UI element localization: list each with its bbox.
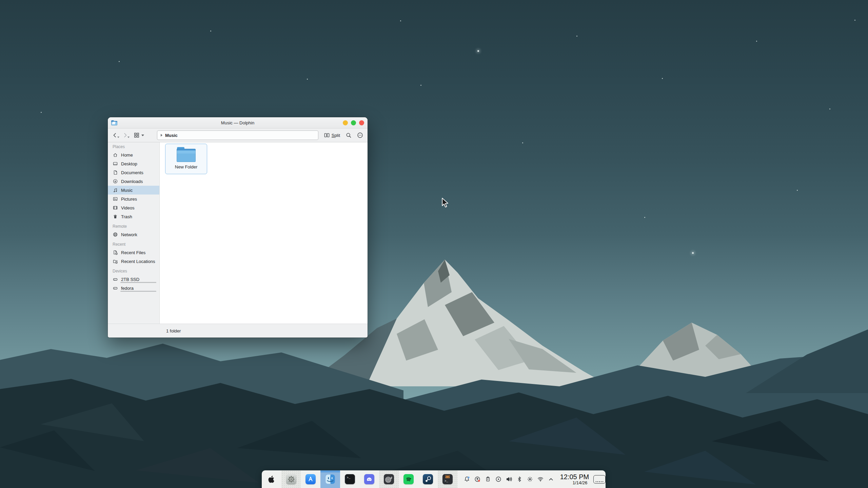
clipboard-icon[interactable] bbox=[485, 476, 491, 483]
sidebar-item-desktop[interactable]: Desktop bbox=[108, 159, 159, 168]
maximize-button[interactable] bbox=[351, 120, 356, 125]
dock-app-spotify[interactable] bbox=[399, 470, 418, 488]
music-icon bbox=[113, 187, 118, 193]
dock-app-system-settings[interactable] bbox=[281, 470, 301, 488]
sidebar-item-documents[interactable]: Documents bbox=[108, 168, 159, 177]
sidebar-item-recent-files[interactable]: Recent Files bbox=[108, 248, 159, 257]
disk-usage-bar bbox=[120, 282, 156, 283]
sidebar-item-recent-locations[interactable]: Recent Locations bbox=[108, 257, 159, 266]
sidebar-item-videos[interactable]: Videos bbox=[108, 203, 159, 212]
section-devices: Devices bbox=[108, 267, 159, 275]
home-icon bbox=[113, 152, 118, 158]
terminal-icon: >_ bbox=[345, 474, 355, 484]
dock-app-finder[interactable] bbox=[320, 470, 340, 488]
toolbar: Music Split bbox=[108, 128, 368, 142]
steam-icon bbox=[423, 474, 433, 484]
finder-icon bbox=[325, 474, 335, 484]
wifi-icon[interactable] bbox=[537, 476, 544, 483]
window-title: Music — Dolphin bbox=[108, 120, 368, 125]
view-mode-button[interactable] bbox=[134, 132, 144, 138]
media-play-icon[interactable] bbox=[495, 476, 502, 483]
brightness-icon[interactable] bbox=[527, 476, 533, 483]
sidebar-item-trash[interactable]: Trash bbox=[108, 212, 159, 221]
disk-usage-bar bbox=[120, 291, 156, 292]
section-recent: Recent bbox=[108, 241, 159, 248]
dolphin-window: Music — Dolphin Music bbox=[108, 117, 368, 338]
bluetooth-icon[interactable] bbox=[516, 476, 523, 483]
dock-app-terminal[interactable]: >_ bbox=[340, 470, 360, 488]
document-icon bbox=[113, 170, 118, 175]
split-button[interactable]: Split bbox=[323, 132, 341, 138]
view-mode-caret-icon bbox=[141, 135, 144, 136]
desktop-icon bbox=[113, 161, 118, 166]
app-store-icon bbox=[305, 474, 316, 484]
videos-icon bbox=[113, 205, 118, 210]
dock-app-steam[interactable] bbox=[418, 470, 438, 488]
spotify-icon bbox=[403, 474, 414, 484]
sidebar-item-music[interactable]: Music bbox=[108, 186, 159, 195]
search-icon bbox=[346, 132, 352, 139]
sidebar-item-home[interactable]: Home bbox=[108, 150, 159, 159]
sidebar-item-fedora[interactable]: fedora bbox=[108, 284, 159, 292]
desktop: Music — Dolphin Music bbox=[0, 0, 868, 488]
virtual-keyboard-icon[interactable] bbox=[593, 475, 606, 484]
kitty-terminal-icon: >_ bbox=[442, 474, 453, 484]
places-panel: Places Home Desktop Documents Downloads bbox=[108, 142, 160, 324]
menu-button[interactable] bbox=[357, 132, 363, 139]
download-icon bbox=[113, 179, 118, 184]
system-tray bbox=[463, 476, 554, 483]
hard-drive-icon bbox=[113, 277, 118, 282]
clock[interactable]: 12:05 PM 1/14/26 bbox=[559, 473, 590, 485]
dock-app-app-store[interactable] bbox=[301, 470, 320, 488]
trash-icon bbox=[113, 214, 118, 219]
discord-icon bbox=[364, 474, 374, 484]
network-icon bbox=[113, 232, 118, 237]
recent-files-icon bbox=[113, 250, 118, 255]
minimize-button[interactable] bbox=[343, 120, 348, 125]
file-item-new-folder[interactable]: New Folder bbox=[165, 144, 207, 174]
folder-view[interactable]: New Folder bbox=[160, 142, 368, 324]
volume-icon[interactable] bbox=[506, 476, 512, 483]
dolphin-app-icon bbox=[111, 120, 117, 125]
section-places: Places bbox=[108, 143, 159, 150]
search-button[interactable] bbox=[346, 132, 352, 139]
dock: >_ >_ bbox=[262, 470, 606, 488]
recent-locations-icon bbox=[113, 259, 118, 264]
breadcrumb-path[interactable]: Music bbox=[165, 133, 178, 138]
folder-icon bbox=[177, 147, 196, 162]
tray-expander-chevron-icon[interactable] bbox=[548, 476, 554, 483]
section-remote: Remote bbox=[108, 223, 159, 230]
speaker-rings-icon bbox=[384, 474, 394, 484]
status-text: 1 folder bbox=[166, 324, 181, 338]
ellipsis-circle-icon bbox=[357, 132, 363, 139]
grid-view-icon bbox=[134, 132, 140, 138]
status-bar: 1 folder bbox=[108, 324, 368, 338]
sidebar-item-pictures[interactable]: Pictures bbox=[108, 195, 159, 203]
software-updates-icon[interactable] bbox=[474, 476, 481, 483]
back-button[interactable] bbox=[112, 132, 119, 138]
apple-logo-icon bbox=[267, 475, 276, 484]
clock-date: 1/14/26 bbox=[559, 481, 590, 485]
dock-app-kitty-terminal[interactable]: >_ bbox=[438, 470, 457, 488]
sidebar-item-network[interactable]: Network bbox=[108, 230, 159, 239]
forward-button[interactable] bbox=[122, 132, 130, 138]
file-item-label: New Folder bbox=[175, 164, 197, 169]
sidebar-item-2tb-ssd[interactable]: 2TB SSD bbox=[108, 275, 159, 284]
dock-app-discord[interactable] bbox=[359, 470, 379, 488]
sidebar-item-downloads[interactable]: Downloads bbox=[108, 177, 159, 186]
settings-gear-icon bbox=[286, 474, 296, 484]
titlebar[interactable]: Music — Dolphin bbox=[108, 117, 368, 128]
split-button-label: Split bbox=[332, 133, 340, 138]
hard-drive-icon bbox=[113, 285, 118, 291]
dock-app-apple-menu[interactable] bbox=[262, 470, 281, 488]
clock-time: 12:05 PM bbox=[559, 473, 590, 481]
dock-app-easyeffects[interactable] bbox=[379, 470, 399, 488]
pictures-icon bbox=[113, 196, 118, 202]
close-button[interactable] bbox=[359, 120, 364, 125]
location-bar[interactable]: Music bbox=[157, 130, 318, 140]
notifications-bell-icon[interactable] bbox=[463, 476, 470, 483]
breadcrumb-root-caret-icon[interactable] bbox=[161, 134, 162, 137]
split-view-icon bbox=[324, 132, 330, 138]
